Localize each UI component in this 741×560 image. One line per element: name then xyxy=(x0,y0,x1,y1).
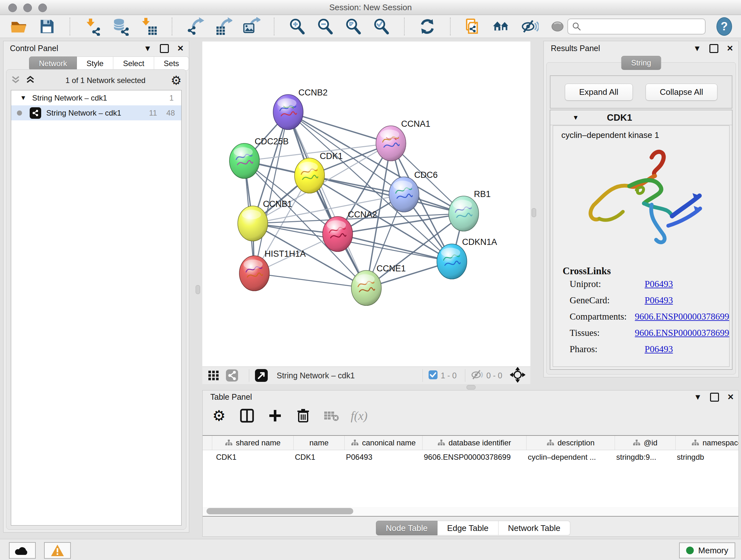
warnings-button[interactable] xyxy=(44,542,71,559)
hide-selected-button[interactable] xyxy=(520,17,539,37)
tab-style[interactable]: Style xyxy=(77,57,113,71)
scrollbar-thumb[interactable] xyxy=(206,508,353,514)
export-image-button[interactable] xyxy=(241,17,261,37)
memory-button[interactable]: Memory xyxy=(679,543,735,558)
cell-database-identifier[interactable]: 9606.ENSP00000378699 xyxy=(422,450,527,464)
network-node-HIST1H1A[interactable]: HIST1H1A xyxy=(239,249,306,291)
show-all-button[interactable] xyxy=(548,17,567,37)
gene-caret-icon[interactable]: ▼ xyxy=(572,114,579,121)
column-header-name[interactable]: name xyxy=(293,436,345,450)
tab-network-table[interactable]: Network Table xyxy=(498,521,570,536)
zoom-selected-button[interactable] xyxy=(372,17,391,37)
table-panel-maximize-button[interactable] xyxy=(710,393,719,401)
network-canvas[interactable]: CCNB2 CCNA1 CDC25B CDK1 CDC6 RB1 xyxy=(202,42,530,367)
results-panel-maximize-button[interactable] xyxy=(710,44,718,53)
crosslink-value-tissues[interactable]: 9606.ENSP00000378699 xyxy=(635,327,729,338)
help-button[interactable]: ? xyxy=(717,17,732,36)
network-node-CDKN1A[interactable]: CDKN1A xyxy=(437,237,497,279)
refresh-network-button[interactable] xyxy=(417,17,437,37)
column-header-id[interactable]: @id xyxy=(615,436,676,450)
detach-view-icon[interactable] xyxy=(254,368,268,382)
network-view-icon[interactable] xyxy=(225,369,239,382)
tab-network[interactable]: Network xyxy=(29,57,77,71)
export-table-button[interactable] xyxy=(213,17,233,37)
table-options-gear-icon[interactable]: ⚙ xyxy=(210,407,227,424)
control-panel-maximize-button[interactable] xyxy=(160,44,169,53)
zoom-in-button[interactable] xyxy=(287,17,307,37)
tab-sets[interactable]: Sets xyxy=(154,57,189,71)
zoom-fit-button[interactable] xyxy=(343,17,363,37)
tab-select[interactable]: Select xyxy=(113,57,154,71)
toolbar-separator xyxy=(404,17,405,36)
column-header-description[interactable]: description xyxy=(527,436,615,450)
expand-all-networks-icon[interactable] xyxy=(11,75,20,86)
table-panel-close-button[interactable]: ✕ xyxy=(727,393,734,401)
column-header-shared-name[interactable]: shared name xyxy=(212,436,293,450)
results-panel-float-button[interactable]: ▼ xyxy=(693,44,701,52)
gene-section-header[interactable]: ▼ CDK1 xyxy=(550,110,732,125)
right-splitter-handle[interactable] xyxy=(532,208,536,217)
results-panel-close-button[interactable]: ✕ xyxy=(727,44,733,52)
delete-table-icon[interactable] xyxy=(323,407,340,424)
network-row[interactable]: String Network – cdk1 11 48 xyxy=(11,105,181,120)
control-panel-float-button[interactable]: ▼ xyxy=(144,44,151,52)
cell-id[interactable]: stringdb:9... xyxy=(615,450,676,464)
table-panel-float-button[interactable]: ▼ xyxy=(694,393,702,401)
cell-description[interactable]: cyclin–dependent ... xyxy=(527,450,615,464)
left-splitter-handle[interactable] xyxy=(196,285,200,294)
tab-string[interactable]: String xyxy=(621,56,661,70)
first-neighbors-button[interactable] xyxy=(491,17,511,37)
tab-node-table[interactable]: Node Table xyxy=(376,521,437,536)
network-edge-CCNB2-CCNA1[interactable] xyxy=(288,112,391,143)
collapse-all-networks-icon[interactable] xyxy=(25,75,35,86)
crosslink-value-pharos[interactable]: P06493 xyxy=(645,344,673,354)
birdseye-crosshair-icon[interactable] xyxy=(510,367,525,384)
column-header-database-identifier[interactable]: database identifier xyxy=(422,436,527,450)
save-session-button[interactable] xyxy=(37,17,57,37)
expand-all-button[interactable]: Expand All xyxy=(565,84,633,101)
create-column-icon[interactable] xyxy=(266,407,284,424)
crosslink-value-compartments[interactable]: 9606.ENSP00000378699 xyxy=(635,311,729,322)
delete-column-icon[interactable] xyxy=(294,407,312,424)
network-edge-HIST1H1A-CCNE1[interactable] xyxy=(254,273,366,288)
zoom-window-button[interactable] xyxy=(38,3,47,12)
selected-checkbox-icon[interactable] xyxy=(428,370,438,381)
crosslink-value-genecard[interactable]: P06493 xyxy=(645,295,673,306)
network-node-CDK1[interactable]: CDK1 xyxy=(294,151,343,193)
function-builder-icon[interactable]: f(x) xyxy=(351,407,367,424)
tab-edge-table[interactable]: Edge Table xyxy=(437,521,498,536)
network-edge-CCNB2-CCNE1[interactable] xyxy=(288,112,366,288)
import-network-database-button[interactable] xyxy=(111,17,131,37)
control-panel-close-button[interactable]: ✕ xyxy=(177,44,184,52)
hidden-eye-slash-icon[interactable] xyxy=(470,369,484,382)
column-header-canonical-name[interactable]: canonical name xyxy=(345,436,422,450)
grid-view-icon[interactable] xyxy=(207,369,220,382)
zoom-out-button[interactable] xyxy=(315,17,335,37)
import-network-file-button[interactable] xyxy=(83,17,103,37)
bottom-splitter-handle[interactable] xyxy=(467,385,475,389)
copy-network-button[interactable] xyxy=(463,17,483,37)
network-options-gear-icon[interactable]: ⚙ xyxy=(171,74,182,86)
crosslink-value-uniprot[interactable]: P06493 xyxy=(645,279,673,289)
collapse-all-button[interactable]: Collapse All xyxy=(646,84,718,101)
network-node-CCNE1[interactable]: CCNE1 xyxy=(351,264,406,306)
search-input[interactable] xyxy=(584,22,701,31)
close-window-button[interactable] xyxy=(8,3,17,12)
cell-name[interactable]: CDK1 xyxy=(293,450,345,464)
collection-caret-icon[interactable]: ▼ xyxy=(20,94,26,102)
cell-shared-name[interactable]: CDK1 xyxy=(212,450,293,464)
node-label-CCNB1: CCNB1 xyxy=(263,199,292,209)
cloud-status-button[interactable] xyxy=(9,542,36,559)
column-header-namespace[interactable]: namespace xyxy=(676,436,738,450)
minimize-window-button[interactable] xyxy=(23,3,32,12)
import-table-button[interactable] xyxy=(139,17,159,37)
table-row-0[interactable]: CDK1CDK1P064939606.ENSP00000378699cyclin… xyxy=(203,450,738,464)
show-column-icon[interactable] xyxy=(239,407,256,424)
export-network-button[interactable] xyxy=(185,17,205,37)
cell-canonical-name[interactable]: P06493 xyxy=(345,450,422,464)
search-box[interactable] xyxy=(567,18,705,35)
network-collection-row[interactable]: ▼ String Network – cdk1 1 xyxy=(11,90,181,105)
open-session-button[interactable] xyxy=(9,17,29,37)
cell-namespace[interactable]: stringdb xyxy=(676,450,738,464)
network-node-RB1[interactable]: RB1 xyxy=(449,189,491,231)
